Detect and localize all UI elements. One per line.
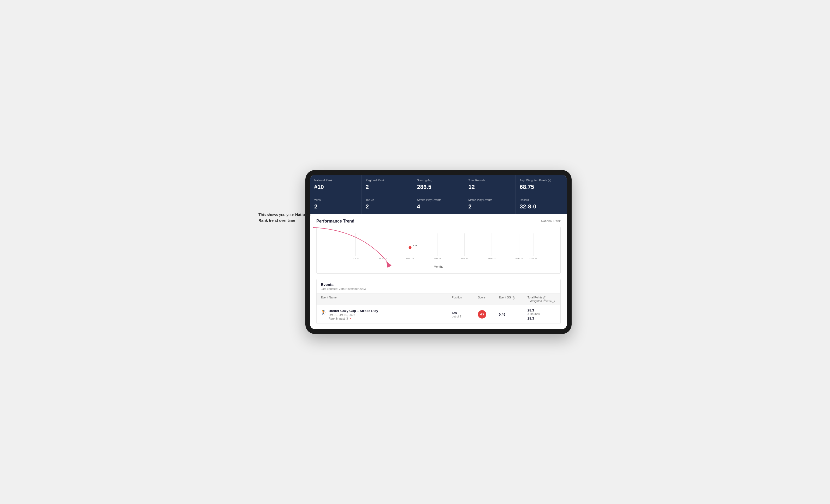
scoring-avg-label: Scoring Avg. [417, 178, 460, 182]
total-rounds-value: 12 [468, 183, 511, 191]
svg-text:MAY 24: MAY 24 [530, 258, 537, 260]
tablet-screen: National Rank #10 Regional Rank 2 Scorin… [310, 175, 567, 330]
regional-rank-value: 2 [366, 183, 409, 191]
match-play-value: 2 [468, 203, 511, 210]
tablet-frame: National Rank #10 Regional Rank 2 Scorin… [306, 170, 572, 334]
svg-text:OCT 23: OCT 23 [352, 258, 359, 260]
stats-header: National Rank #10 Regional Rank 2 Scorin… [310, 175, 567, 214]
chart-subtitle: National Rank [541, 220, 561, 223]
match-play-cell: Match Play Events 2 [464, 194, 515, 214]
page-wrapper: This shows you your National Rank trend … [258, 170, 572, 334]
stats-row-2: Wins 2 Top 3s 2 Stroke Play Events 4 Mat… [310, 194, 567, 214]
total-points-info-icon[interactable]: i [543, 296, 546, 300]
points-cell: 28.3 3 Rounds 28.3 [528, 308, 556, 321]
svg-text:MAR 24: MAR 24 [488, 258, 496, 260]
position-sub: out of 7 [452, 315, 478, 318]
top3s-value: 2 [366, 203, 409, 210]
wins-value: 2 [314, 203, 357, 210]
chart-section-header: Performance Trend National Rank [316, 219, 561, 224]
total-rounds: 3 Rounds [528, 312, 556, 315]
position-value: 6th [452, 311, 478, 315]
scoring-avg-value: 286.5 [417, 183, 460, 191]
chart-container: #10 OCT 23 NOV 23 DEC 23 JAN 24 FEB 24 M… [316, 227, 561, 274]
score-cell: -22 [478, 310, 499, 318]
events-last-updated: Last updated: 24th November 2023 [321, 287, 556, 290]
events-title: Events [321, 282, 556, 287]
total-points-value: 28.3 [528, 308, 556, 312]
record-value: 32-8-0 [520, 203, 563, 210]
svg-text:#10: #10 [413, 244, 417, 247]
event-sg-value: 0.45 [499, 312, 528, 316]
svg-text:JAN 24: JAN 24 [434, 258, 441, 260]
chart-title: Performance Trend [316, 219, 354, 224]
rank-impact-label: Rank Impact: 3 [329, 317, 348, 320]
svg-point-9 [409, 246, 412, 249]
weighted-points-info-icon[interactable]: i [551, 300, 555, 303]
stats-row-1: National Rank #10 Regional Rank 2 Scorin… [310, 175, 567, 194]
col-header-total-points: Total Points i Weighted Points i [528, 296, 556, 303]
national-rank-cell: National Rank #10 [310, 175, 361, 194]
scoring-avg-cell: Scoring Avg. 286.5 [413, 175, 464, 194]
annotation-text: This shows you your National Rank trend … [258, 212, 311, 223]
national-rank-label: National Rank [314, 178, 357, 182]
stroke-play-value: 4 [417, 203, 460, 210]
col-header-score: Score [478, 296, 499, 303]
national-rank-value: #10 [314, 183, 357, 191]
wins-cell: Wins 2 [310, 194, 361, 214]
score-badge: -22 [478, 310, 486, 318]
annotation: This shows you your National Rank trend … [258, 212, 316, 224]
top3s-label: Top 3s [366, 198, 409, 202]
svg-text:APR 24: APR 24 [515, 258, 523, 260]
performance-chart: #10 OCT 23 NOV 23 DEC 23 JAN 24 FEB 24 M… [322, 232, 555, 263]
weighted-points-value: 28.3 [528, 316, 556, 321]
stroke-play-cell: Stroke Play Events 4 [413, 194, 464, 214]
match-play-label: Match Play Events [468, 198, 511, 202]
top3s-cell: Top 3s 2 [361, 194, 413, 214]
event-info: Buster Cozy Cup – Stroke Play Oct 9 – Oc… [329, 309, 378, 320]
performance-trend-section: Performance Trend National Rank [316, 219, 561, 274]
rank-impact: Rank Impact: 3 ▼ [329, 317, 378, 320]
event-sg-cell: 0.45 [499, 312, 528, 316]
regional-rank-cell: Regional Rank 2 [361, 175, 413, 194]
events-header: Events Last updated: 24th November 2023 [317, 279, 561, 294]
annotation-bold: National Rank [258, 212, 311, 223]
position-cell: 6th out of 7 [452, 311, 478, 318]
stroke-play-label: Stroke Play Events [417, 198, 460, 202]
event-date: Oct 9 – Oct 10, 2023 [329, 313, 378, 316]
total-rounds-label: Total Rounds [468, 178, 511, 182]
event-name-cell: 🏌 Buster Cozy Cup – Stroke Play Oct 9 – … [321, 309, 452, 320]
rank-impact-chevron[interactable]: ▼ [349, 317, 352, 320]
regional-rank-label: Regional Rank [366, 178, 409, 182]
avg-weighted-points-value: 68.75 [520, 183, 563, 191]
golf-icon: 🏌 [321, 309, 326, 315]
record-cell: Record 32-8-0 [515, 194, 567, 214]
content-area: Performance Trend National Rank [310, 214, 567, 329]
avg-weighted-points-cell: Avg. Weighted Points i 68.75 [515, 175, 567, 194]
event-sg-info-icon[interactable]: i [512, 296, 515, 300]
col-header-event-name: Event Name [321, 296, 452, 303]
col-header-position: Position [452, 296, 478, 303]
svg-text:FEB 24: FEB 24 [461, 258, 468, 260]
avg-weighted-points-label: Avg. Weighted Points i [520, 178, 563, 182]
record-label: Record [520, 198, 563, 202]
wins-label: Wins [314, 198, 357, 202]
events-section: Events Last updated: 24th November 2023 … [316, 279, 561, 324]
svg-text:DEC 23: DEC 23 [406, 258, 414, 260]
table-row: 🏌 Buster Cozy Cup – Stroke Play Oct 9 – … [317, 305, 561, 324]
chart-x-axis-label: Months [322, 265, 555, 268]
total-rounds-cell: Total Rounds 12 [464, 175, 515, 194]
event-name: Buster Cozy Cup – Stroke Play [329, 309, 378, 313]
svg-text:NOV 23: NOV 23 [379, 258, 387, 260]
col-header-event-sg: Event SG i [499, 296, 528, 303]
events-table-header: Event Name Position Score Event SG i Tot… [317, 294, 561, 305]
